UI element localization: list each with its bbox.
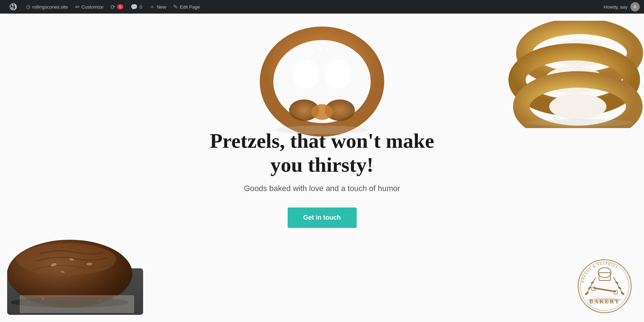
comments-icon: 💬 xyxy=(131,4,138,10)
svg-line-45 xyxy=(594,288,615,292)
bakery-logo: .bakery-text { font-family: Georgia, ser… xyxy=(576,258,633,315)
wp-logo-button[interactable] xyxy=(4,0,22,14)
customize-button[interactable]: ✏ Customize xyxy=(72,0,107,14)
svg-point-3 xyxy=(311,104,333,120)
svg-point-18 xyxy=(549,94,606,119)
updates-icon: ⟳ xyxy=(111,4,115,10)
svg-point-41 xyxy=(618,286,622,290)
customize-label: Customize xyxy=(82,4,103,10)
site-name-button[interactable]: ⊙ rollingscones.site xyxy=(22,0,72,14)
svg-point-19 xyxy=(526,119,633,126)
bread-image xyxy=(0,197,150,322)
site-url-label: rollingscones.site xyxy=(32,4,68,10)
hero-subtitle: Goods baked with love and a touch of hum… xyxy=(197,184,447,193)
hero-text-container: Pretzels, that won't make you thirsty! G… xyxy=(197,129,447,228)
svg-point-4 xyxy=(292,59,319,89)
edit-label: Edit Page xyxy=(180,4,200,10)
get-in-touch-button[interactable]: Get in touch xyxy=(288,208,357,228)
svg-point-42 xyxy=(615,281,619,284)
edit-page-button[interactable]: ✎ Edit Page xyxy=(170,0,203,14)
svg-point-10 xyxy=(307,55,309,58)
new-label: New xyxy=(157,4,166,10)
new-content-button[interactable]: ＋ New xyxy=(146,0,170,14)
svg-point-6 xyxy=(312,50,314,53)
svg-point-8 xyxy=(326,49,329,52)
svg-point-5 xyxy=(325,59,352,89)
comments-button[interactable]: 💬 0 xyxy=(127,0,146,14)
svg-point-40 xyxy=(620,291,625,296)
hero-section: Pretzels, that won't make you thirsty! G… xyxy=(0,14,644,322)
bagels-image xyxy=(508,21,644,128)
svg-point-9 xyxy=(333,52,336,54)
pretzel-image xyxy=(258,24,386,139)
page-content: Pretzels, that won't make you thirsty! G… xyxy=(0,14,644,322)
svg-point-7 xyxy=(319,48,321,50)
svg-point-38 xyxy=(591,281,595,284)
updates-count: 5 xyxy=(117,4,123,9)
svg-line-35 xyxy=(587,277,596,293)
admin-user-area: Howdy, aay A xyxy=(604,2,640,11)
svg-text:BAKERY: BAKERY xyxy=(589,298,620,304)
svg-point-36 xyxy=(584,291,589,296)
updates-button[interactable]: ⟳ 5 xyxy=(107,0,127,14)
comments-count: 0 xyxy=(140,4,142,10)
edit-icon: ✎ xyxy=(173,4,178,10)
wordpress-logo-icon xyxy=(8,1,19,12)
hero-title: Pretzels, that won't make you thirsty! xyxy=(197,129,447,177)
svg-point-11 xyxy=(335,47,337,49)
svg-rect-32 xyxy=(20,295,134,313)
site-icon: ⊙ xyxy=(26,4,30,10)
user-avatar[interactable]: A xyxy=(630,2,640,11)
user-greeting: Howdy, aay xyxy=(604,4,628,10)
svg-point-37 xyxy=(588,286,592,290)
customize-icon: ✏ xyxy=(75,4,80,10)
admin-bar: ⊙ rollingscones.site ✏ Customize ⟳ 5 💬 0… xyxy=(0,0,644,14)
new-icon: ＋ xyxy=(149,3,155,11)
